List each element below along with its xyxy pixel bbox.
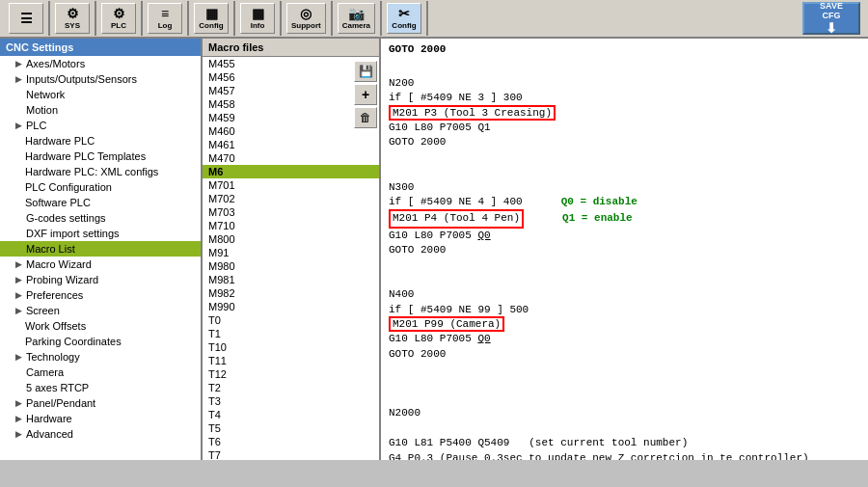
macro-item[interactable]: M981: [203, 273, 379, 286]
arrow-icon: ▶: [15, 121, 22, 130]
tree-item-advanced[interactable]: ▶Advanced: [0, 426, 201, 442]
code-if3: if [ #5409 NE 3 ] 300: [389, 91, 860, 105]
tree-item-technology[interactable]: ▶Technology: [0, 349, 201, 365]
code-blank3: [389, 165, 860, 179]
macro-item[interactable]: M982: [203, 286, 379, 300]
macro-item[interactable]: M456: [203, 70, 379, 84]
macro-item[interactable]: M461: [203, 138, 379, 151]
sys-label: SYS: [65, 21, 80, 30]
macro-item[interactable]: M710: [203, 219, 379, 232]
save-cfg-button[interactable]: SAVE CFG ⬇: [802, 2, 860, 35]
config1-button[interactable]: ▦ Config: [194, 3, 229, 34]
tree-item-panel[interactable]: ▶Panel/Pendant: [0, 395, 201, 411]
macro-item[interactable]: M458: [203, 97, 379, 111]
macro-item[interactable]: M6: [203, 165, 379, 178]
macro-item[interactable]: M990: [203, 300, 379, 313]
highlight-m201p99: M201 P99 (Camera): [389, 316, 504, 332]
arrow-icon: ▶: [15, 290, 22, 300]
menu-button[interactable]: ☰: [9, 3, 43, 34]
config2-label: Config: [392, 21, 416, 30]
menu-icon: ☰: [20, 12, 33, 25]
sys-button[interactable]: ⚙ SYS: [55, 3, 90, 34]
add-icon: +: [362, 87, 369, 102]
tree-item-macro-wizard[interactable]: ▶Macro Wizard: [0, 257, 201, 272]
macro-item[interactable]: T4: [203, 408, 379, 421]
macro-item[interactable]: M800: [203, 232, 379, 246]
highlight-m201p4: M201 P4 (Tool 4 Pen): [389, 209, 524, 228]
arrow-icon: ▶: [15, 429, 22, 439]
plc-button[interactable]: ⚙ PLC: [101, 3, 136, 34]
plc-label: PLC: [111, 21, 126, 30]
macro-files-title: Macro files: [203, 39, 379, 57]
log-button[interactable]: ≡ Log: [148, 3, 182, 34]
tree-item-work-offsets[interactable]: Work Offsets: [0, 318, 201, 334]
tree-item-hw-plc[interactable]: Hardware PLC: [0, 133, 201, 149]
code-title: GOTO 2000: [389, 42, 860, 57]
macro-item[interactable]: M460: [203, 124, 379, 138]
macro-item[interactable]: T12: [203, 367, 379, 381]
tree-item-5axes[interactable]: ▶5 axes RTCP: [0, 380, 201, 395]
macro-item[interactable]: M470: [203, 151, 379, 165]
info-section: ▦ Info: [235, 1, 282, 36]
tree-item-plc-config[interactable]: PLC Configuration: [0, 179, 201, 195]
macro-item[interactable]: T7: [203, 448, 379, 460]
macro-item[interactable]: T10: [203, 340, 379, 354]
info-button[interactable]: ▦ Info: [240, 3, 275, 34]
macro-item[interactable]: M91: [203, 246, 379, 259]
tree-item-sw-plc[interactable]: Software PLC: [0, 195, 201, 210]
tree-item-preferences[interactable]: ▶Preferences: [0, 287, 201, 303]
macro-item[interactable]: M459: [203, 111, 379, 124]
arrow-icon: ▶: [15, 398, 22, 408]
cfg-label: CFG: [823, 11, 841, 20]
macro-item[interactable]: M457: [203, 84, 379, 97]
code-goto1: GOTO 2000: [389, 135, 860, 149]
info-icon: ▦: [252, 7, 264, 20]
sys-icon: ⚙: [67, 7, 79, 20]
camera-icon: 📷: [348, 7, 365, 20]
macro-add-button[interactable]: +: [354, 84, 377, 105]
tree-item-screen[interactable]: ▶Screen: [0, 303, 201, 318]
macro-item[interactable]: T6: [203, 435, 379, 448]
macro-list-container: 💾 + 🗑 M455M456M457M458M459M460M461M470M6…: [203, 57, 379, 460]
macro-item[interactable]: M702: [203, 192, 379, 205]
code-m201p3: M201 P3 (Tool 3 Creasing): [389, 106, 860, 121]
arrow-icon: ▶: [15, 59, 22, 68]
macro-item[interactable]: T0: [203, 313, 379, 327]
arrow-icon: ▶: [15, 275, 22, 284]
tree-item-axes[interactable]: ▶Axes/Motors: [0, 56, 201, 71]
config1-icon: ▦: [205, 7, 218, 20]
macro-item[interactable]: T5: [203, 421, 379, 435]
tree-item-io[interactable]: ▶Inputs/Outputs/Sensors: [0, 71, 201, 87]
tree-item-hardware[interactable]: ▶Hardware: [0, 411, 201, 426]
macro-save-button[interactable]: 💾: [354, 61, 377, 82]
support-section: ◎ Support: [282, 1, 333, 36]
camera-button[interactable]: 📷 Camera: [338, 3, 375, 34]
tree-item-gcodes[interactable]: ▶G-codes settings: [0, 210, 201, 226]
menu-section: ☰: [4, 1, 50, 36]
arrow-icon: ▶: [15, 74, 22, 84]
tree-item-dxf[interactable]: ▶DXF import settings: [0, 226, 201, 241]
macro-item[interactable]: T2: [203, 381, 379, 394]
tree-item-network[interactable]: ▶Network: [0, 87, 201, 102]
code-n400: N400: [389, 287, 860, 302]
tree-item-plc[interactable]: ▶PLC: [0, 118, 201, 133]
highlight-m201p3: M201 P3 (Tool 3 Creasing): [389, 105, 556, 121]
tree-item-motion[interactable]: ▶Motion: [0, 102, 201, 118]
macro-delete-button[interactable]: 🗑: [354, 107, 377, 128]
code-line-blank1: [389, 61, 860, 75]
macro-item[interactable]: T11: [203, 354, 379, 367]
macro-item[interactable]: M980: [203, 259, 379, 273]
support-button[interactable]: ◎ Support: [286, 3, 326, 34]
macro-item[interactable]: T3: [203, 394, 379, 408]
macro-item[interactable]: T1: [203, 327, 379, 340]
tree-item-parking[interactable]: Parking Coordinates: [0, 334, 201, 349]
tree-item-probing[interactable]: ▶Probing Wizard: [0, 272, 201, 287]
macro-item[interactable]: M455: [203, 57, 379, 70]
macro-item[interactable]: M703: [203, 205, 379, 219]
tree-item-macro-list[interactable]: ▶Macro List: [0, 241, 201, 257]
config2-button[interactable]: ✂ Config: [387, 3, 421, 34]
macro-item[interactable]: M701: [203, 178, 379, 192]
tree-item-camera[interactable]: ▶Camera: [0, 365, 201, 380]
tree-item-hw-xml[interactable]: Hardware PLC: XML configs: [0, 164, 201, 179]
tree-item-hw-templates[interactable]: Hardware PLC Templates: [0, 149, 201, 164]
